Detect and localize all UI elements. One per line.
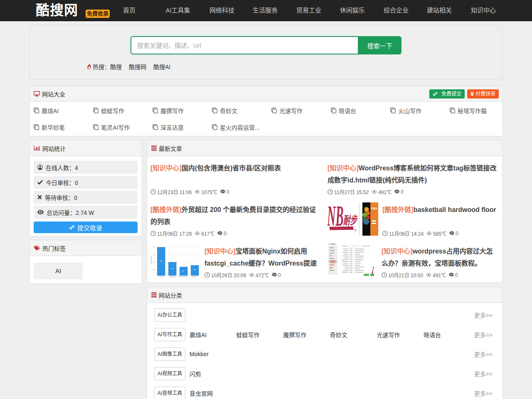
svg-text:耐步: 耐步	[343, 214, 358, 227]
svg-text:FIBA: FIBA	[372, 207, 377, 210]
svg-text:®: ®	[355, 229, 357, 232]
